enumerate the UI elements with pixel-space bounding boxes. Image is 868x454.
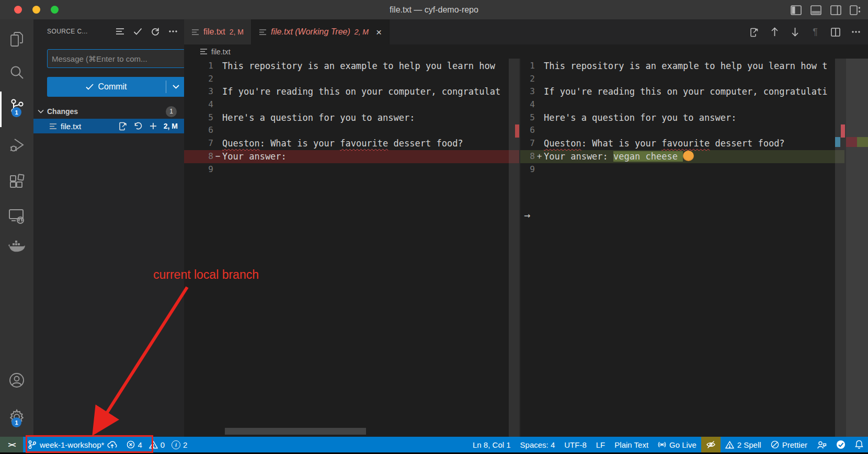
- language-mode-item[interactable]: Plain Text: [610, 437, 653, 452]
- sidebar-item-remote-explorer[interactable]: [0, 203, 33, 229]
- editor-group: file.txt 2, M file.txt (Working Tree) 2,…: [184, 19, 868, 437]
- circle-slash-icon: [771, 440, 779, 449]
- code-line[interactable]: 7Queston: What is your favourite dessert…: [184, 137, 519, 150]
- spelling-error: favourite: [340, 138, 388, 149]
- left-pane-scrollbar[interactable]: [509, 59, 519, 437]
- source-control-badge: 1: [12, 107, 21, 117]
- ready-check-item[interactable]: [831, 437, 850, 452]
- sidebar-item-explorer[interactable]: [0, 27, 33, 52]
- cursor-position-item[interactable]: Ln 8, Col 1: [468, 437, 516, 452]
- bell-icon: [855, 440, 863, 449]
- changes-count-badge: 1: [166, 106, 177, 117]
- horizontal-scrollbar[interactable]: [225, 428, 366, 435]
- run-debug-icon: [8, 137, 25, 153]
- sidebar-item-source-control[interactable]: 1: [0, 94, 33, 119]
- more-actions-icon[interactable]: [167, 26, 179, 37]
- diff-marker: +: [535, 150, 544, 163]
- branch-status-item[interactable]: week-1-workshop*: [23, 437, 122, 452]
- commit-dropdown-button[interactable]: [166, 85, 185, 89]
- sidebar-item-extensions[interactable]: [0, 169, 33, 194]
- problems-status-item[interactable]: 4 0 i 2: [122, 437, 192, 452]
- modified-overview-mark: [835, 137, 840, 147]
- code-line[interactable]: 6: [520, 124, 844, 137]
- stage-changes-icon[interactable]: [149, 121, 158, 131]
- more-actions-icon[interactable]: [850, 26, 862, 38]
- commit-message-input[interactable]: [47, 49, 185, 68]
- notifications-item[interactable]: [850, 437, 868, 452]
- customize-layout-icon[interactable]: [849, 4, 862, 16]
- diff-marker: −: [213, 150, 222, 163]
- changes-section-header[interactable]: Changes 1: [33, 104, 184, 119]
- show-whitespace-icon[interactable]: ¶: [809, 26, 821, 38]
- code-line[interactable]: 8−Your answer:: [184, 150, 519, 163]
- code-line[interactable]: 5Here's a question for you to answer:: [184, 111, 519, 124]
- info-icon: i: [172, 440, 180, 449]
- toggle-secondary-sidebar-icon[interactable]: [829, 4, 842, 16]
- tab-file-txt-working-tree[interactable]: file.txt (Working Tree) 2, M ×: [252, 19, 390, 44]
- code-line[interactable]: 3If you're reading this on your computer…: [520, 85, 844, 98]
- sidebar-item-run-debug[interactable]: [0, 132, 33, 157]
- sidebar-item-search[interactable]: [0, 60, 33, 85]
- refresh-icon[interactable]: [150, 26, 161, 37]
- dessert-emoji: 🥮: [683, 151, 694, 161]
- line-number: 4: [184, 98, 213, 111]
- right-pane-scrollbar[interactable]: [835, 59, 846, 437]
- code-line[interactable]: 3If you're reading this on your computer…: [184, 85, 519, 98]
- account-icon: [8, 372, 25, 389]
- sidebar-item-settings[interactable]: 1: [0, 404, 33, 429]
- diff-marker: [535, 163, 544, 176]
- code-line[interactable]: 6: [184, 124, 519, 137]
- diff-original-pane[interactable]: 1This repository is an example to help y…: [184, 59, 519, 437]
- publish-sync-icon: [107, 440, 117, 449]
- code-line[interactable]: 2: [184, 73, 519, 86]
- diff-marker: [213, 60, 222, 73]
- code-line[interactable]: 9: [184, 163, 519, 176]
- next-change-icon[interactable]: [789, 26, 801, 38]
- spell-checker-item[interactable]: 2 Spell: [721, 437, 766, 452]
- person-feedback-icon: [817, 440, 827, 449]
- code-line[interactable]: 1This repository is an example to help y…: [520, 60, 844, 73]
- encoding-item[interactable]: UTF-8: [559, 437, 591, 452]
- commit-check-icon[interactable]: [132, 26, 143, 37]
- tab-bar: file.txt 2, M file.txt (Working Tree) 2,…: [184, 19, 868, 44]
- toggle-panel-icon[interactable]: [809, 4, 822, 16]
- line-number: 7: [184, 137, 213, 150]
- code-line[interactable]: 8+Your answer: vegan cheese 🥮: [520, 150, 844, 163]
- code-line[interactable]: 1This repository is an example to help y…: [184, 60, 519, 73]
- diff-marker: [535, 73, 544, 86]
- file-icon: [49, 123, 57, 130]
- sidebar-item-accounts[interactable]: [0, 368, 33, 393]
- previous-change-icon[interactable]: [769, 26, 780, 38]
- open-file-icon[interactable]: [118, 121, 128, 131]
- diff-modified-pane[interactable]: 1This repository is an example to help y…: [520, 59, 868, 437]
- spell-watch-disabled-item[interactable]: [701, 437, 721, 452]
- code-line[interactable]: 4: [520, 98, 844, 111]
- code-line[interactable]: 7Queston: What is your favourite dessert…: [520, 137, 844, 150]
- split-editor-icon[interactable]: [830, 26, 841, 38]
- line-number: 5: [184, 111, 213, 124]
- breadcrumb[interactable]: file.txt: [184, 44, 868, 59]
- view-as-list-icon[interactable]: [114, 26, 125, 37]
- tab-label: file.txt (Working Tree): [271, 27, 350, 37]
- tab-decoration: 2, M: [355, 28, 369, 36]
- code-line[interactable]: 2: [520, 73, 844, 86]
- tab-file-txt[interactable]: file.txt 2, M: [184, 19, 252, 44]
- diff-marker: [535, 137, 544, 150]
- feedback-item[interactable]: [812, 437, 831, 452]
- discard-changes-icon[interactable]: [133, 121, 143, 131]
- code-line[interactable]: 4: [184, 98, 519, 111]
- changed-file-row[interactable]: file.txt 2, M: [33, 119, 184, 133]
- commit-button[interactable]: Commit: [47, 77, 185, 97]
- source-control-sidebar: SOURCE C... Commit Changes: [33, 19, 184, 437]
- close-tab-icon[interactable]: ×: [376, 27, 382, 37]
- code-line[interactable]: 9: [520, 163, 844, 176]
- indentation-item[interactable]: Spaces: 4: [516, 437, 560, 452]
- code-line[interactable]: 5Here's a question for you to answer:: [520, 111, 844, 124]
- sidebar-item-docker[interactable]: [0, 234, 33, 259]
- eol-item[interactable]: LF: [591, 437, 610, 452]
- remote-indicator[interactable]: ><: [0, 437, 23, 452]
- toggle-sidebar-icon[interactable]: [790, 4, 802, 16]
- go-live-item[interactable]: Go Live: [653, 437, 701, 452]
- prettier-item[interactable]: Prettier: [766, 437, 812, 452]
- open-changed-file-icon[interactable]: [748, 26, 760, 38]
